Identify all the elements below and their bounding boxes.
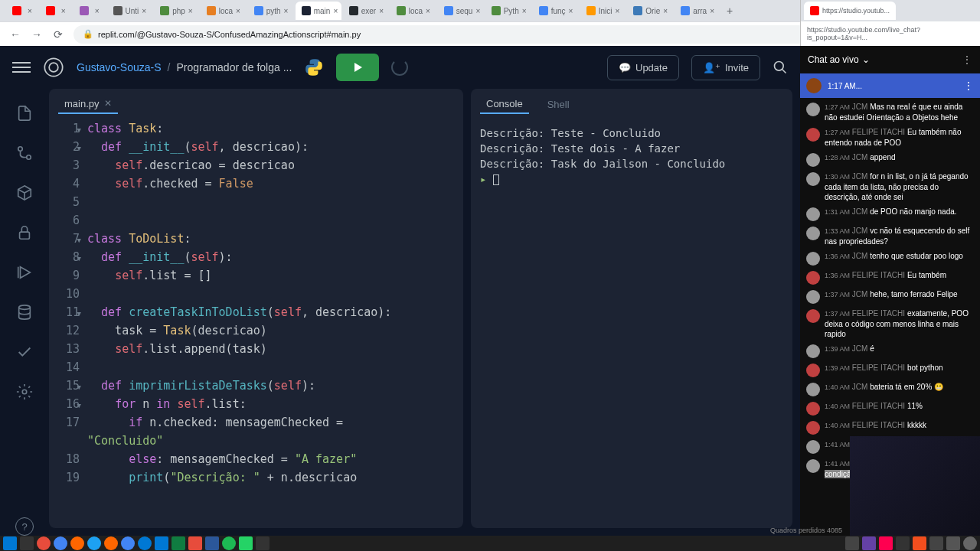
- browser-tab[interactable]: ×: [40, 2, 72, 20]
- taskbar-app[interactable]: [188, 536, 202, 550]
- update-button[interactable]: 💬 Update: [607, 55, 679, 80]
- tests-icon[interactable]: [15, 343, 34, 361]
- taskbar-app[interactable]: [172, 536, 185, 550]
- chat-message[interactable]: 1:28 AM JCM append: [800, 150, 980, 169]
- taskbar-tray[interactable]: [946, 536, 960, 550]
- help-icon[interactable]: ?: [15, 517, 34, 536]
- chat-item-menu-icon[interactable]: ⋮: [963, 80, 974, 92]
- browser-tab[interactable]: Pyth×: [485, 2, 531, 20]
- browser-tab[interactable]: php×: [154, 2, 199, 20]
- taskbar-app[interactable]: [155, 536, 168, 550]
- second-browser-window: https://studio.youtub... https://studio.…: [800, 0, 980, 46]
- forward-button[interactable]: →: [31, 28, 43, 41]
- taskbar-app[interactable]: [20, 536, 34, 550]
- search-icon[interactable]: [773, 60, 788, 75]
- taskbar-app[interactable]: [239, 536, 253, 550]
- taskbar-tray[interactable]: [896, 536, 910, 550]
- chat-title[interactable]: Chat ao vivo ⌄: [808, 54, 870, 65]
- taskbar-app[interactable]: [256, 536, 270, 550]
- browser-tab[interactable]: pyth×: [248, 2, 294, 20]
- taskbar-app[interactable]: [70, 536, 84, 550]
- taskbar-app[interactable]: [54, 536, 67, 550]
- svg-point-10: [22, 390, 27, 394]
- taskbar-tray[interactable]: [879, 536, 893, 550]
- frames-lost-label: Quadros perdidos 4085: [770, 527, 842, 534]
- second-url-field[interactable]: https://studio.youtube.com/live_chat?is_…: [801, 21, 980, 46]
- browser-tab[interactable]: ×: [74, 2, 106, 20]
- taskbar-app[interactable]: [121, 536, 135, 550]
- chat-message[interactable]: 1:40 AM FELIPE ITACHI kkkkk: [800, 418, 980, 437]
- browser-tab[interactable]: Orie×: [627, 2, 673, 20]
- replit-app: Gustavo-Souza-S / Programador de folga .…: [0, 46, 800, 536]
- taskbar-app[interactable]: [37, 536, 51, 550]
- browser-tab[interactable]: loca×: [390, 2, 436, 20]
- taskbar-tray[interactable]: [845, 536, 859, 550]
- vcs-icon[interactable]: [15, 144, 34, 162]
- browser-tab[interactable]: funç×: [533, 2, 579, 20]
- file-tab-main[interactable]: main.py ✕: [58, 95, 118, 114]
- taskbar-tray[interactable]: [862, 536, 876, 550]
- secrets-icon[interactable]: [15, 223, 34, 242]
- breadcrumb-user[interactable]: Gustavo-Souza-S: [77, 61, 162, 73]
- taskbar-tray[interactable]: [913, 536, 926, 550]
- taskbar-app[interactable]: [138, 536, 152, 550]
- close-tab-icon[interactable]: ✕: [104, 98, 112, 109]
- settings-icon[interactable]: [15, 383, 34, 401]
- webcam-feed: [850, 436, 980, 536]
- packages-icon[interactable]: [15, 184, 34, 202]
- editor-tabs: main.py ✕: [49, 89, 463, 119]
- menu-button[interactable]: [12, 58, 31, 77]
- svg-point-2: [775, 62, 784, 71]
- start-button[interactable]: [3, 536, 17, 550]
- database-icon[interactable]: [15, 303, 34, 321]
- chat-message[interactable]: 1:39 AM JCM é: [800, 341, 980, 360]
- chat-message[interactable]: 1:31 AM JCM de POO não manjo nada.: [800, 204, 980, 223]
- taskbar-app[interactable]: [205, 536, 219, 550]
- chat-message[interactable]: 1:40 AM FELIPE ITACHI 11%: [800, 399, 980, 418]
- chat-message[interactable]: 1:37 AM FELIPE ITACHI exatamente, POO de…: [800, 306, 980, 341]
- left-sidebar: ?: [0, 89, 49, 536]
- shell-tab[interactable]: Shell: [541, 96, 576, 113]
- svg-point-1: [49, 63, 58, 72]
- browser-tab[interactable]: Unti×: [107, 2, 153, 20]
- browser-tab[interactable]: arra×: [675, 2, 720, 20]
- url-field[interactable]: 🔒 replit.com/@Gustavo-Souza-S/ConfusedAm…: [74, 25, 870, 44]
- chat-message[interactable]: 1:30 AM JCM for n in list, o n já tá peg…: [800, 169, 980, 204]
- chat-menu-icon[interactable]: ⋮: [962, 54, 972, 66]
- chevron-down-icon: ⌄: [862, 54, 870, 65]
- files-icon[interactable]: [15, 104, 34, 122]
- run-button[interactable]: [336, 54, 379, 81]
- browser-tab[interactable]: ×: [6, 2, 38, 20]
- code-editor[interactable]: 1▼2▼34567▼8▼91011▼12131415▼16▼171819 cla…: [49, 119, 463, 528]
- reload-button[interactable]: ⟳: [52, 28, 64, 41]
- back-button[interactable]: ←: [9, 28, 21, 41]
- second-tab[interactable]: https://studio.youtub...: [804, 2, 896, 20]
- invite-button[interactable]: 👤⁺ Invite: [691, 55, 760, 80]
- chat-message[interactable]: 1:37 AM JCM hehe, tamo ferrado Felipe: [800, 287, 980, 306]
- chat-message[interactable]: 1:36 AM JCM tenho que estudar poo logo: [800, 249, 980, 268]
- new-tab-button[interactable]: +: [722, 5, 737, 17]
- taskbar-app[interactable]: [104, 536, 118, 550]
- breadcrumb-project[interactable]: Programador de folga ...: [176, 61, 292, 73]
- taskbar-tray[interactable]: [929, 536, 943, 550]
- chat-message[interactable]: 1:27 AM FELIPE ITACHI Eu também não ente…: [800, 125, 980, 150]
- chat-selected-message[interactable]: 1:17 AM... ⋮: [800, 73, 980, 98]
- browser-tab[interactable]: exer×: [343, 2, 389, 20]
- chat-message[interactable]: 1:36 AM FELIPE ITACHI Eu também: [800, 268, 980, 287]
- python-icon: [304, 57, 324, 77]
- browser-tab[interactable]: main×: [296, 2, 341, 20]
- taskbar-tray[interactable]: [963, 536, 977, 550]
- browser-tab[interactable]: loca×: [201, 2, 247, 20]
- taskbar-app[interactable]: [87, 536, 101, 550]
- browser-tab[interactable]: sequ×: [438, 2, 484, 20]
- chat-message[interactable]: 1:39 AM FELIPE ITACHI bot python: [800, 360, 980, 380]
- chat-message[interactable]: 1:33 AM JCM vc não tá esquecendo do self…: [800, 223, 980, 249]
- windows-taskbar[interactable]: [0, 536, 980, 551]
- browser-tab[interactable]: Inici×: [580, 2, 626, 20]
- console-output[interactable]: Descrição: Teste - Concluido Descrição: …: [471, 119, 792, 528]
- chat-message[interactable]: 1:40 AM JCM bateria tá em 20% 😬: [800, 380, 980, 399]
- chat-message[interactable]: 1:27 AM JCM Mas na real é que eu ainda n…: [800, 99, 980, 125]
- console-tab[interactable]: Console: [480, 95, 529, 114]
- taskbar-app[interactable]: [222, 536, 236, 550]
- debugger-icon[interactable]: [15, 263, 34, 282]
